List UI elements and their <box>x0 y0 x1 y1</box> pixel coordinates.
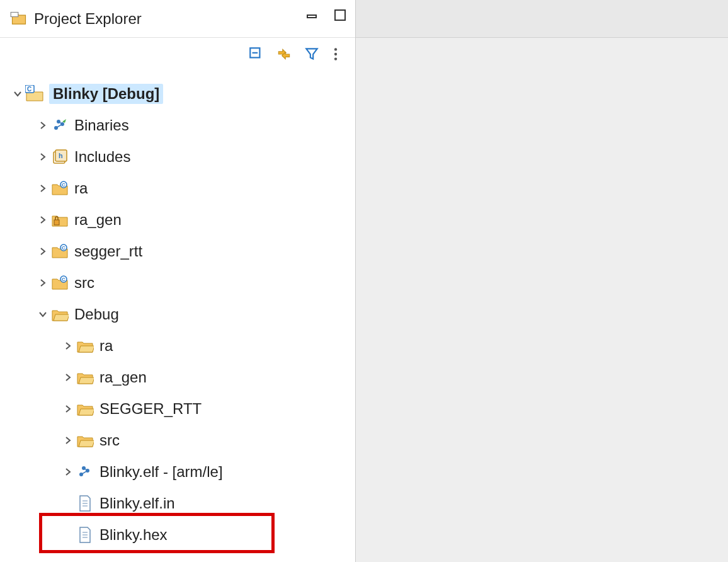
tree-item-includes[interactable]: h Includes <box>0 141 355 173</box>
tree-item-segger-rtt[interactable]: C segger_rtt <box>0 236 355 267</box>
tree-item-label: src <box>74 274 94 292</box>
tree-item-label: segger_rtt <box>74 243 142 260</box>
maximize-icon[interactable] <box>333 8 348 26</box>
project-explorer-icon <box>10 10 28 28</box>
view-toolbar <box>0 38 355 73</box>
tree-item-label: Includes <box>74 148 130 166</box>
source-folder-icon: C <box>50 273 69 292</box>
tree-item-debug-segger-rtt[interactable]: SEGGER_RTT <box>0 393 355 425</box>
tree-item-label: Blinky.hex <box>100 526 168 544</box>
chevron-right-icon[interactable] <box>35 120 50 130</box>
tree-item-blinky-elf-in[interactable]: Blinky.elf.in <box>0 488 355 519</box>
chevron-down-icon[interactable] <box>35 309 50 319</box>
svg-rect-18 <box>54 220 59 225</box>
svg-text:h: h <box>59 152 63 159</box>
minimize-icon[interactable] <box>305 8 320 26</box>
chevron-right-icon[interactable] <box>35 215 50 225</box>
collapse-all-icon[interactable] <box>248 46 264 66</box>
c-project-icon: C <box>25 84 44 103</box>
chevron-right-icon[interactable] <box>60 341 76 351</box>
source-folder-locked-icon <box>50 210 69 229</box>
chevron-right-icon[interactable] <box>35 278 50 288</box>
link-with-editor-icon[interactable] <box>276 46 292 66</box>
folder-open-icon <box>50 305 69 324</box>
chevron-right-icon[interactable] <box>60 404 76 414</box>
tree-item-debug-ra[interactable]: ra <box>0 330 355 362</box>
svg-text:C: C <box>62 277 65 282</box>
tree-item-label: Binaries <box>74 117 129 134</box>
tree-item-label: Blinky.elf.in <box>100 495 175 512</box>
chevron-right-icon[interactable] <box>60 372 76 382</box>
folder-open-icon <box>76 336 94 355</box>
chevron-right-icon[interactable] <box>35 183 50 193</box>
binaries-icon <box>50 116 69 135</box>
tree-item-ra[interactable]: C ra <box>0 173 355 204</box>
folder-open-icon <box>76 399 94 418</box>
tree-item-blinky-elf[interactable]: Blinky.elf - [arm/le] <box>0 456 355 488</box>
view-header: Project Explorer <box>0 0 355 38</box>
view-title: Project Explorer <box>34 10 142 28</box>
includes-icon: h <box>50 147 69 166</box>
svg-text:C: C <box>62 245 65 251</box>
tree-item-label: Debug <box>74 306 119 323</box>
chevron-right-icon[interactable] <box>35 152 50 162</box>
svg-rect-0 <box>11 12 18 16</box>
file-icon <box>76 525 94 544</box>
project-tree[interactable]: C Blinky [Debug] Binaries <box>0 73 355 551</box>
chevron-right-icon[interactable] <box>60 435 76 445</box>
source-folder-icon: C <box>50 242 69 261</box>
tree-item-debug-src[interactable]: src <box>0 425 355 456</box>
source-folder-icon: C <box>50 179 69 198</box>
folder-open-icon <box>76 431 94 450</box>
editor-tab-bar <box>356 0 728 38</box>
filter-icon[interactable] <box>304 46 320 66</box>
tree-item-ra-gen[interactable]: ra_gen <box>0 204 355 236</box>
chevron-right-icon[interactable] <box>60 467 76 477</box>
tree-item-label: ra <box>100 337 113 355</box>
svg-text:C: C <box>62 182 65 188</box>
chevron-right-icon[interactable] <box>35 246 50 256</box>
editor-area <box>355 0 728 562</box>
svg-rect-2 <box>335 10 345 20</box>
tree-item-label: src <box>100 432 120 449</box>
tree-item-label: SEGGER_RTT <box>100 400 202 418</box>
tree-item-debug[interactable]: Debug <box>0 299 355 330</box>
svg-text:C: C <box>27 86 31 93</box>
tree-item-blinky-hex[interactable]: Blinky.hex <box>0 519 355 551</box>
view-menu-icon[interactable] <box>331 46 340 66</box>
elf-binary-icon <box>76 462 94 481</box>
tree-item-binaries[interactable]: Binaries <box>0 110 355 141</box>
tree-item-debug-ra-gen[interactable]: ra_gen <box>0 362 355 393</box>
svg-rect-1 <box>307 15 316 18</box>
tree-item-src[interactable]: C src <box>0 267 355 299</box>
svg-point-6 <box>334 52 337 55</box>
tree-item-project[interactable]: C Blinky [Debug] <box>0 78 355 110</box>
tree-item-label: Blinky.elf - [arm/le] <box>100 463 223 481</box>
project-label: Blinky [Debug] <box>49 84 163 104</box>
tree-item-label: ra_gen <box>74 211 122 229</box>
file-icon <box>76 494 94 513</box>
tree-item-label: ra <box>74 180 88 197</box>
chevron-down-icon[interactable] <box>10 89 25 99</box>
svg-point-5 <box>334 48 337 50</box>
project-explorer-pane: Project Explorer <box>0 0 355 562</box>
tree-item-label: ra_gen <box>100 369 147 386</box>
folder-open-icon <box>76 368 94 387</box>
svg-point-7 <box>334 57 337 60</box>
